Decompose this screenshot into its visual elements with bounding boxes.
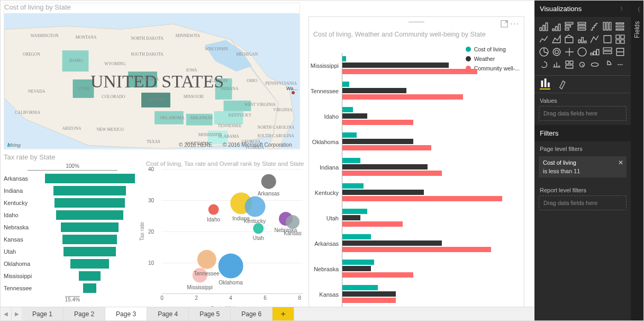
tab-page-5[interactable]: Page 5 xyxy=(189,307,231,320)
bar-segment[interactable] xyxy=(342,260,374,265)
funnel-bar[interactable] xyxy=(55,198,124,208)
funnel-bar[interactable] xyxy=(61,222,119,232)
chevron-left-icon[interactable]: 〈 xyxy=(634,6,640,14)
bar-segment[interactable] xyxy=(342,120,413,125)
bar-segment[interactable] xyxy=(342,56,346,61)
scatter-bubble[interactable] xyxy=(208,204,219,215)
funnel-row[interactable]: Oklahoma xyxy=(4,258,141,270)
funnel-bar[interactable] xyxy=(53,186,126,195)
scatter-bubble[interactable] xyxy=(253,223,264,234)
scatter-bubble[interactable] xyxy=(219,253,243,278)
scatter-visual[interactable]: Cost of living, Tax rate and Overall ran… xyxy=(146,160,305,302)
bar-segment[interactable] xyxy=(342,285,378,290)
funnel-visual[interactable]: Tax rate by State 100% ArkansasIndianaKe… xyxy=(4,153,141,301)
bar-segment[interactable] xyxy=(342,247,491,252)
viz-type-icon[interactable] xyxy=(589,47,600,57)
bar-segment[interactable] xyxy=(342,209,367,214)
viz-type-icon[interactable] xyxy=(551,59,562,70)
bar-segment[interactable] xyxy=(342,272,413,278)
more-options-icon[interactable]: ··· xyxy=(510,19,520,28)
viz-type-icon[interactable] xyxy=(615,47,625,57)
funnel-row[interactable]: Kansas xyxy=(4,234,141,245)
viz-type-icon[interactable] xyxy=(564,47,575,57)
funnel-bar[interactable] xyxy=(70,259,109,269)
viz-type-icon[interactable] xyxy=(602,21,613,32)
funnel-bar[interactable] xyxy=(45,174,135,183)
viz-type-icon[interactable] xyxy=(564,59,575,70)
bar-segment[interactable] xyxy=(342,88,406,93)
bar-segment[interactable] xyxy=(342,63,449,68)
report-filters-drop-zone[interactable]: Drag data fields here xyxy=(539,195,627,210)
viz-type-icon[interactable] xyxy=(577,59,587,70)
tab-page-3[interactable]: Page 3 xyxy=(105,307,147,320)
viz-type-icon[interactable] xyxy=(564,21,575,32)
tab-next-icon[interactable]: ▶ xyxy=(11,307,22,320)
funnel-row[interactable]: Kentucky xyxy=(4,197,141,209)
bar-segment[interactable] xyxy=(342,145,431,150)
viz-type-icon[interactable] xyxy=(539,21,549,32)
map-visual[interactable]: Cost of living by State xyxy=(4,3,300,150)
viz-type-icon[interactable] xyxy=(551,21,562,32)
bar-segment[interactable] xyxy=(342,132,357,138)
tab-page-6[interactable]: Page 6 xyxy=(231,307,273,320)
viz-type-icon[interactable] xyxy=(615,21,625,32)
funnel-row[interactable]: Tennessee xyxy=(4,282,141,294)
bar-segment[interactable] xyxy=(342,164,428,170)
bar-segment[interactable] xyxy=(342,107,353,112)
viz-type-icon[interactable] xyxy=(564,34,575,44)
bar-segment[interactable] xyxy=(342,234,371,239)
viz-type-icon[interactable] xyxy=(539,59,549,70)
viz-type-icon[interactable] xyxy=(602,59,613,70)
tab-page-1[interactable]: Page 1 xyxy=(22,307,64,320)
viz-type-icon[interactable] xyxy=(602,34,613,44)
values-drop-zone[interactable]: Drag data fields here xyxy=(539,106,627,121)
tab-page-4[interactable]: Page 4 xyxy=(147,307,189,320)
bar-segment[interactable] xyxy=(342,171,442,176)
focus-mode-icon[interactable] xyxy=(501,20,508,28)
bar-segment[interactable] xyxy=(342,291,396,297)
bar-segment[interactable] xyxy=(342,183,364,189)
funnel-row[interactable]: Utah xyxy=(4,246,141,257)
funnel-bar[interactable] xyxy=(64,247,116,256)
funnel-bar[interactable] xyxy=(62,235,117,244)
bar-segment[interactable] xyxy=(342,266,371,271)
fields-panel-collapsed[interactable]: 〈 Fields xyxy=(631,1,643,320)
viz-type-icon[interactable] xyxy=(539,47,549,57)
filter-card-cost-of-living[interactable]: ✕ Cost of living is less than 11 xyxy=(539,156,627,177)
scatter-bubble[interactable] xyxy=(197,250,216,269)
viz-type-icon[interactable] xyxy=(589,59,600,70)
viz-type-icon[interactable] xyxy=(577,34,587,44)
visualizations-header[interactable]: Visualizations 〉 xyxy=(534,1,631,17)
viz-type-icon[interactable] xyxy=(589,34,600,44)
viz-type-icon[interactable] xyxy=(539,34,549,44)
viz-type-icon[interactable] xyxy=(577,47,587,57)
viz-type-icon[interactable] xyxy=(602,47,613,57)
bar-segment[interactable] xyxy=(342,196,502,201)
fields-well-tab[interactable] xyxy=(540,79,550,90)
bar-segment[interactable] xyxy=(342,298,396,303)
bar-segment[interactable] xyxy=(342,240,442,246)
bar-segment[interactable] xyxy=(342,94,463,100)
map-body[interactable]: UNITED STATES WASHINGTONMONTANA OREGONID… xyxy=(4,13,300,149)
funnel-row[interactable]: Mississippi xyxy=(4,270,141,282)
funnel-row[interactable]: Arkansas xyxy=(4,173,141,184)
tab-add-page[interactable]: + xyxy=(273,307,294,320)
bar-segment[interactable] xyxy=(342,139,413,144)
viz-type-icon[interactable] xyxy=(615,34,625,44)
bar-segment[interactable] xyxy=(342,221,403,227)
bar-segment[interactable] xyxy=(342,113,367,119)
funnel-row[interactable]: Nebraska xyxy=(4,221,141,233)
bar-segment[interactable] xyxy=(342,158,360,163)
format-paint-tab[interactable] xyxy=(558,79,568,90)
bar-segment[interactable] xyxy=(342,69,477,74)
viz-type-icon[interactable] xyxy=(551,47,562,57)
tab-page-2[interactable]: Page 2 xyxy=(64,307,105,320)
scatter-bubble[interactable] xyxy=(261,174,276,189)
grouped-bar-visual[interactable]: ··· Cost of living, Weather and Communit… xyxy=(309,16,524,307)
viz-type-icon[interactable] xyxy=(577,21,587,32)
bar-segment[interactable] xyxy=(342,82,349,87)
funnel-row[interactable]: Indiana xyxy=(4,185,141,197)
viz-type-icon[interactable] xyxy=(589,21,600,32)
bar-segment[interactable] xyxy=(342,190,424,195)
funnel-bar[interactable] xyxy=(56,210,124,220)
